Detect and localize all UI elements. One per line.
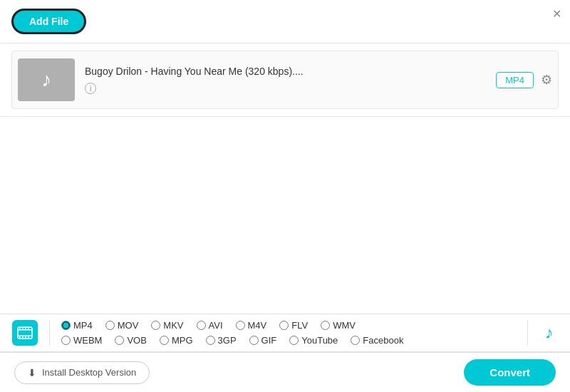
format-option-gif[interactable]: GIF bbox=[249, 335, 277, 346]
convert-button[interactable]: Convert bbox=[464, 359, 556, 386]
svg-rect-10 bbox=[28, 336, 29, 339]
file-thumbnail: ♪ bbox=[18, 58, 75, 101]
file-name: Bugoy Drilon - Having You Near Me (320 k… bbox=[85, 66, 486, 77]
file-actions: MP4 ⚙ bbox=[496, 72, 552, 88]
format-option-wmv[interactable]: WMV bbox=[321, 320, 356, 331]
svg-rect-1 bbox=[18, 329, 32, 331]
format-option-webm[interactable]: WEBM bbox=[61, 335, 102, 346]
film-icon bbox=[12, 320, 38, 346]
format-option-mov[interactable]: MOV bbox=[105, 320, 139, 331]
format-options: MP4 MOV MKV AVI M4V FLV WMV W bbox=[50, 320, 527, 346]
install-label: Install Desktop Version bbox=[42, 367, 136, 378]
svg-rect-4 bbox=[22, 327, 24, 329]
close-button[interactable]: ✕ bbox=[552, 7, 561, 21]
format-option-3gp[interactable]: 3GP bbox=[206, 335, 237, 346]
format-bar: MP4 MOV MKV AVI M4V FLV WMV W bbox=[0, 314, 570, 352]
format-option-flv[interactable]: FLV bbox=[279, 320, 308, 331]
svg-rect-7 bbox=[19, 336, 21, 339]
file-item: ♪ Bugoy Drilon - Having You Near Me (320… bbox=[11, 51, 559, 109]
format-option-avi[interactable]: AVI bbox=[197, 320, 223, 331]
format-option-mpg[interactable]: MPG bbox=[160, 335, 193, 346]
file-info: Bugoy Drilon - Having You Near Me (320 k… bbox=[75, 66, 496, 95]
format-row-2: WEBM VOB MPG 3GP GIF YouTube Facebook bbox=[61, 335, 516, 346]
format-option-youtube[interactable]: YouTube bbox=[289, 335, 338, 346]
install-desktop-button[interactable]: ⬇ Install Desktop Version bbox=[14, 361, 150, 384]
video-format-icon-box bbox=[0, 320, 50, 346]
svg-rect-5 bbox=[25, 327, 26, 329]
top-bar: Add File ✕ bbox=[0, 0, 570, 43]
download-icon: ⬇ bbox=[28, 367, 36, 378]
empty-area bbox=[0, 117, 570, 274]
svg-rect-3 bbox=[19, 327, 21, 329]
svg-rect-6 bbox=[28, 327, 29, 329]
format-option-mkv[interactable]: MKV bbox=[151, 320, 183, 331]
svg-rect-8 bbox=[22, 336, 24, 339]
music-note-icon: ♪ bbox=[41, 68, 51, 91]
format-option-mp4[interactable]: MP4 bbox=[61, 320, 93, 331]
format-option-vob[interactable]: VOB bbox=[115, 335, 146, 346]
svg-rect-9 bbox=[25, 336, 26, 339]
format-badge[interactable]: MP4 bbox=[496, 72, 534, 88]
add-file-button[interactable]: Add File bbox=[11, 9, 86, 34]
music-icon: ♪ bbox=[545, 323, 554, 343]
file-list: ♪ Bugoy Drilon - Having You Near Me (320… bbox=[0, 43, 570, 117]
svg-rect-2 bbox=[18, 336, 32, 337]
audio-format-icon-box[interactable]: ♪ bbox=[527, 320, 570, 346]
format-option-m4v[interactable]: M4V bbox=[236, 320, 267, 331]
settings-icon[interactable]: ⚙ bbox=[541, 72, 552, 88]
action-bar: ⬇ Install Desktop Version Convert bbox=[0, 352, 570, 392]
format-option-facebook[interactable]: Facebook bbox=[351, 335, 403, 346]
format-row-1: MP4 MOV MKV AVI M4V FLV WMV bbox=[61, 320, 516, 331]
info-icon[interactable]: i bbox=[85, 83, 96, 94]
